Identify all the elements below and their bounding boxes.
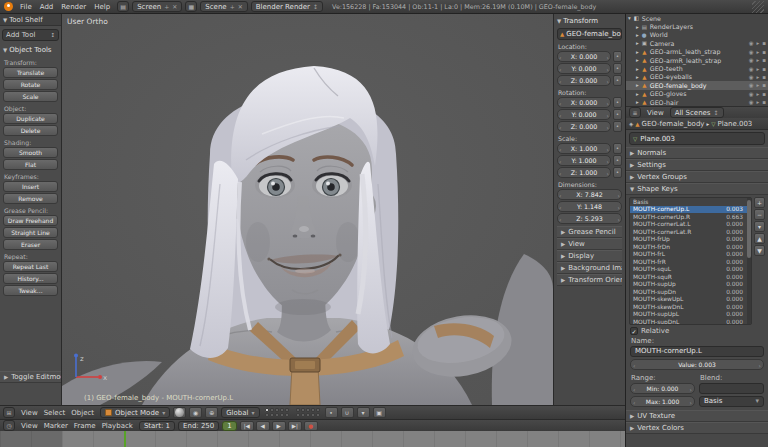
range-min-slider[interactable]: ‹ Min: 0.000 › xyxy=(630,383,695,394)
shape-key-mouth-squl[interactable]: MOUTH-squL0.000 xyxy=(630,266,751,274)
expander-open-icon[interactable]: ▾ xyxy=(628,15,631,21)
panel-background-image[interactable]: ▶Background Image xyxy=(557,262,622,274)
increment-icon[interactable]: › xyxy=(618,215,620,224)
outliner-item-geo-armr-leath-strap[interactable]: ▸▲GEO-armR_leath_strap◉▸▪ xyxy=(626,56,768,64)
renderability-icon[interactable]: ▪ xyxy=(762,82,766,88)
play-button[interactable]: ▶ xyxy=(272,421,286,431)
blend-vertexgroup-field[interactable] xyxy=(699,383,764,394)
decrement-icon[interactable]: ‹ xyxy=(559,215,561,224)
mode-dropdown[interactable]: Object Mode ▾ xyxy=(100,407,170,418)
record-button[interactable]: ● xyxy=(304,421,318,431)
selectability-icon[interactable]: ▸ xyxy=(757,57,760,63)
z-value-slider[interactable]: ‹Z: 0.000› xyxy=(557,121,611,132)
shape-key-mouth-frr[interactable]: MOUTH-frR0.000 xyxy=(630,258,751,266)
shape-key-mouth-supdn[interactable]: MOUTH-supDn0.000 xyxy=(630,288,751,296)
expander-closed-icon[interactable]: ▸ xyxy=(636,57,639,63)
screen-layout-dropdown[interactable]: Screen + ✕ xyxy=(132,1,182,12)
increment-icon[interactable]: › xyxy=(690,385,692,394)
outliner-item-geo-arml-leath-strap[interactable]: ▸▲GEO-armL_leath_strap◉▸▪ xyxy=(626,48,768,56)
flat-button[interactable]: Flat xyxy=(3,159,58,170)
visibility-icon[interactable]: ◉ xyxy=(749,82,754,88)
layer-dot[interactable] xyxy=(311,413,315,417)
shape-key-mouth-skewdnl[interactable]: MOUTH-skewDnL0.000 xyxy=(630,303,751,311)
menu-render[interactable]: Render xyxy=(57,3,90,11)
shape-key-basis[interactable]: Basis xyxy=(630,198,751,206)
breadcrumb-object[interactable]: GEO-female_body xyxy=(641,120,704,128)
outliner-scene-row[interactable]: ▾ ◧ Scene xyxy=(626,14,768,22)
layer-dot[interactable] xyxy=(311,408,315,412)
visibility-icon[interactable]: ◉ xyxy=(749,91,754,97)
breadcrumb-data[interactable]: Plane.003 xyxy=(718,120,753,128)
add-tool-dropdown[interactable]: Add Tool ↕ xyxy=(2,29,59,41)
lock-to-scene-button[interactable]: • xyxy=(325,407,338,418)
increment-icon[interactable]: › xyxy=(618,203,620,212)
lock-icon[interactable]: • xyxy=(613,97,622,108)
panel-view[interactable]: ▶View xyxy=(557,238,622,250)
visibility-icon[interactable]: ◉ xyxy=(749,99,754,105)
lock-icon[interactable]: • xyxy=(613,109,622,120)
expander-closed-icon[interactable]: ▸ xyxy=(636,66,639,72)
scale-button[interactable]: Scale xyxy=(3,91,58,102)
plus-icon[interactable]: + xyxy=(164,2,169,12)
shape-key-mouth-cornerlat-l[interactable]: MOUTH-cornerLat.L0.000 xyxy=(630,221,751,229)
header-drag-grip[interactable] xyxy=(752,1,764,13)
close-icon[interactable]: ✕ xyxy=(172,2,177,12)
expander-closed-icon[interactable]: ▸ xyxy=(636,91,639,97)
selectability-icon[interactable]: ▸ xyxy=(757,99,760,105)
decrement-icon[interactable]: ‹ xyxy=(633,361,635,370)
shape-keys-panel-header[interactable]: ▼ Shape Keys xyxy=(626,183,768,195)
outliner-item-world[interactable]: ▸●World xyxy=(626,31,768,39)
decrement-icon[interactable]: ‹ xyxy=(633,385,635,394)
layer-dot[interactable] xyxy=(285,413,289,417)
layer-toggle-grid-1[interactable] xyxy=(265,408,289,417)
increment-icon[interactable]: › xyxy=(607,77,609,86)
lock-icon[interactable]: • xyxy=(613,167,622,178)
increment-icon[interactable]: › xyxy=(759,361,761,370)
z-value-slider[interactable]: ‹Z: 5.293› xyxy=(557,213,622,224)
expander-closed-icon[interactable]: ▸ xyxy=(636,24,639,30)
renderability-icon[interactable]: ▪ xyxy=(762,74,766,80)
y-value-slider[interactable]: ‹Y: 0.000› xyxy=(557,63,611,74)
layer-dot[interactable] xyxy=(316,408,320,412)
z-value-slider[interactable]: ‹Z: 0.000› xyxy=(557,75,611,86)
expander-closed-icon[interactable]: ▸ xyxy=(636,40,639,46)
timeline-canvas[interactable] xyxy=(0,431,625,447)
snap-magnet-button[interactable]: ∪ xyxy=(341,407,354,418)
layer-toggle-grid-2[interactable] xyxy=(296,408,320,417)
panel-display[interactable]: ▶Display xyxy=(557,250,622,262)
outliner-item-renderlayers[interactable]: ▸▤RenderLayers xyxy=(626,22,768,30)
straight-line-button[interactable]: Straight Line xyxy=(3,227,58,238)
blend-basis-dropdown[interactable]: Basis ▾ xyxy=(699,396,764,407)
lock-icon[interactable]: • xyxy=(613,155,622,166)
renderability-icon[interactable]: ▪ xyxy=(762,99,766,105)
outliner-item-geo-eyeballs[interactable]: ▸▲GEO-eyeballs◉▸▪ xyxy=(626,73,768,81)
decrement-icon[interactable]: ‹ xyxy=(559,99,561,108)
increment-icon[interactable]: › xyxy=(607,53,609,62)
outliner-view-menu[interactable]: View xyxy=(644,109,667,117)
transform-panel-header[interactable]: ▼ Transform xyxy=(557,16,622,26)
layer-dot[interactable] xyxy=(296,408,300,412)
layer-dot[interactable] xyxy=(280,408,284,412)
selectability-icon[interactable]: ▸ xyxy=(757,82,760,88)
lock-icon[interactable]: • xyxy=(613,75,622,86)
decrement-icon[interactable]: ‹ xyxy=(559,169,561,178)
panel-vertex-groups[interactable]: ▶Vertex Groups xyxy=(626,171,768,183)
visibility-icon[interactable]: ◉ xyxy=(749,49,754,55)
shape-key-mouth-squr[interactable]: MOUTH-squR0.000 xyxy=(630,273,751,281)
menu-view[interactable]: View xyxy=(18,422,41,430)
menu-marker[interactable]: Marker xyxy=(41,422,71,430)
object-tools-panel-header[interactable]: ▼ Object Tools xyxy=(0,44,61,56)
increment-icon[interactable]: › xyxy=(607,157,609,166)
decrement-icon[interactable]: ‹ xyxy=(559,191,561,200)
panel-normals[interactable]: ▶Normals xyxy=(626,147,768,159)
layer-dot[interactable] xyxy=(316,413,320,417)
renderability-icon[interactable]: ▪ xyxy=(762,91,766,97)
plus-icon[interactable]: + xyxy=(230,2,235,12)
panel-uv-texture[interactable]: ▶UV Texture xyxy=(626,410,768,422)
play-back-button[interactable]: ◀ xyxy=(256,421,270,431)
increment-icon[interactable]: › xyxy=(607,99,609,108)
expander-closed-icon[interactable]: ▸ xyxy=(636,32,639,38)
decrement-icon[interactable]: ‹ xyxy=(559,111,561,120)
frame-end-field[interactable]: End: 250 xyxy=(178,421,219,431)
expander-closed-icon[interactable]: ▸ xyxy=(636,74,639,80)
